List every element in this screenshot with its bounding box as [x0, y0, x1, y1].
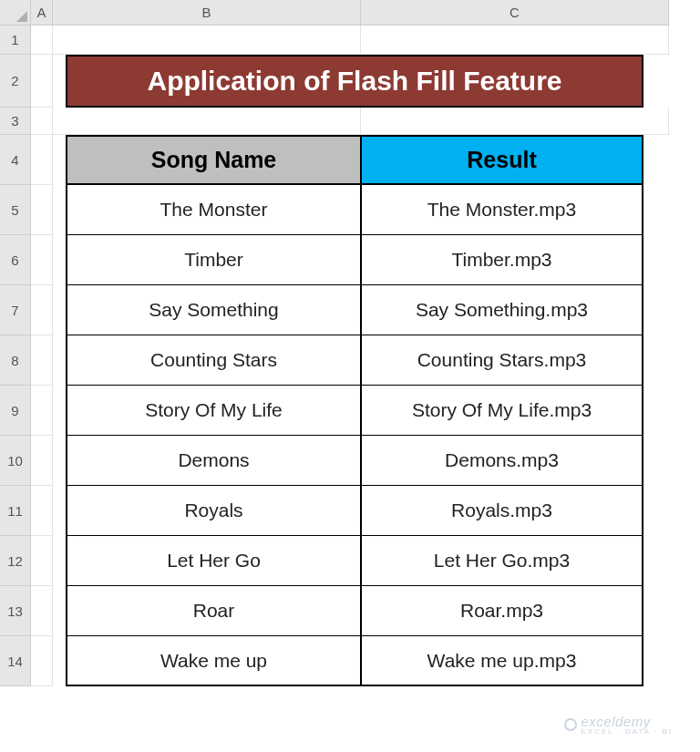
cell-result[interactable]: Say Something.mp3	[361, 285, 643, 335]
row-header-3[interactable]: 3	[0, 108, 31, 135]
cell-result[interactable]: Let Her Go.mp3	[361, 536, 643, 586]
spreadsheet-grid: A B C 1 2 3 4 5 6 7 8 9 10 11 12 13 14 A…	[0, 0, 700, 686]
cell-song[interactable]: Demons	[66, 436, 361, 486]
cell-song[interactable]: Roar	[66, 586, 361, 636]
cell-result[interactable]: Demons.mp3	[361, 436, 643, 486]
row-header-6[interactable]: 6	[0, 235, 31, 285]
cell-song[interactable]: Let Her Go	[66, 536, 361, 586]
cell-a1[interactable]	[31, 26, 53, 55]
table-header-song[interactable]: Song Name	[66, 135, 361, 185]
cell-a8[interactable]	[31, 335, 53, 386]
cell-a11[interactable]	[31, 486, 53, 536]
cell-a2[interactable]	[31, 55, 53, 108]
row-header-10[interactable]: 10	[0, 436, 31, 486]
cell-result[interactable]: Roar.mp3	[361, 586, 643, 636]
cell-a6[interactable]	[31, 235, 53, 285]
cell-a12[interactable]	[31, 536, 53, 586]
row-header-14[interactable]: 14	[0, 636, 31, 686]
row-header-2[interactable]: 2	[0, 55, 31, 108]
cell-song[interactable]: The Monster	[66, 185, 361, 235]
cell-song[interactable]: Story Of My Life	[66, 386, 361, 436]
cell-result[interactable]: Counting Stars.mp3	[361, 335, 643, 386]
cell-song[interactable]: Wake me up	[66, 636, 361, 686]
col-header-c[interactable]: C	[361, 0, 669, 26]
cell-c3[interactable]	[361, 108, 669, 135]
watermark-icon	[564, 718, 577, 731]
row-header-4[interactable]: 4	[0, 135, 31, 185]
cell-a14[interactable]	[31, 636, 53, 686]
select-all-corner[interactable]	[0, 0, 31, 26]
title-banner[interactable]: Application of Flash Fill Feature	[66, 55, 643, 108]
cell-a10[interactable]	[31, 436, 53, 486]
cell-result[interactable]: Wake me up.mp3	[361, 636, 643, 686]
col-header-a[interactable]: A	[31, 0, 53, 26]
table-header-result[interactable]: Result	[361, 135, 643, 185]
row-header-7[interactable]: 7	[0, 285, 31, 335]
row-header-12[interactable]: 12	[0, 536, 31, 586]
row-header-8[interactable]: 8	[0, 335, 31, 386]
col-header-b[interactable]: B	[53, 0, 361, 26]
cell-a4[interactable]	[31, 135, 53, 185]
cell-a5[interactable]	[31, 185, 53, 235]
cell-song[interactable]: Royals	[66, 486, 361, 536]
row-header-1[interactable]: 1	[0, 26, 31, 55]
cell-a13[interactable]	[31, 586, 53, 636]
cell-song[interactable]: Counting Stars	[66, 335, 361, 386]
cell-b1[interactable]	[53, 26, 361, 55]
cell-song[interactable]: Say Something	[66, 285, 361, 335]
cell-song[interactable]: Timber	[66, 235, 361, 285]
cell-result[interactable]: Royals.mp3	[361, 486, 643, 536]
cell-result[interactable]: The Monster.mp3	[361, 185, 643, 235]
cell-result[interactable]: Story Of My Life.mp3	[361, 386, 643, 436]
cell-c1[interactable]	[361, 26, 669, 55]
row-header-11[interactable]: 11	[0, 486, 31, 536]
cell-a3[interactable]	[31, 108, 53, 135]
row-header-9[interactable]: 9	[0, 386, 31, 436]
cell-a9[interactable]	[31, 386, 53, 436]
cell-b3[interactable]	[53, 108, 361, 135]
row-header-5[interactable]: 5	[0, 185, 31, 235]
watermark: exceldemy EXCEL · DATA · BI	[564, 714, 673, 736]
row-header-13[interactable]: 13	[0, 586, 31, 636]
cell-a7[interactable]	[31, 285, 53, 335]
watermark-tagline: EXCEL · DATA · BI	[581, 727, 673, 736]
cell-result[interactable]: Timber.mp3	[361, 235, 643, 285]
